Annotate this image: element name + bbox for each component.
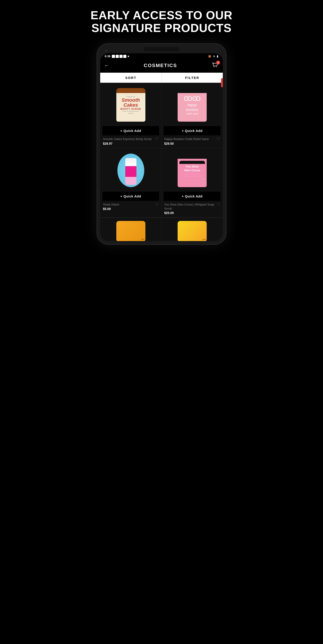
camera-bar — [144, 47, 180, 52]
product-text-happy-boobies: Happy Boobies Chafe Relief Salve $29.50 — [164, 137, 216, 145]
happy-boobies-jar: ꙬꙬ happyboobies chafe salve — [178, 88, 207, 122]
back-button[interactable]: ← — [104, 62, 109, 68]
mute-icon: 🔕 — [208, 55, 212, 58]
product-info-shark-attack: Shark Attack $5.00 ♡ — [102, 202, 159, 211]
smooth-cakes-jar: Papyrus SmoothCakes BOOTY SCRUB Detox & … — [116, 88, 146, 122]
product-name-smooth-cakes: Smooth Cakes Espresso Booty Scrub — [103, 137, 154, 141]
product-image-shark-attack — [102, 152, 159, 190]
product-inner: + Quick Add Shark Attack $5.00 ♡ — [102, 152, 159, 211]
bottom-product-img-2: gnd — [178, 221, 207, 241]
product-inner: Papyrus SmoothCakes BOOTY SCRUB Detox & … — [102, 86, 159, 145]
product-image-smooth-cakes: Papyrus SmoothCakes BOOTY SCRUB Detox & … — [102, 86, 159, 124]
scroll-indicator — [221, 78, 223, 87]
product-text-you-glow: You Glow Glen Cocoa | Whipped Soap Scrub… — [164, 202, 216, 215]
sort-button[interactable]: SORT — [100, 73, 162, 83]
product-card-smooth-cakes: Papyrus SmoothCakes BOOTY SCRUB Detox & … — [100, 83, 162, 148]
product-name-you-glow: You Glow Glen Cocoa | Whipped Soap Scrub — [164, 202, 216, 211]
product-text-shark-attack: Shark Attack $5.00 — [103, 202, 154, 211]
product-info-smooth-cakes: Smooth Cakes Espresso Booty Scrub $28.97… — [102, 137, 159, 145]
sort-filter-bar: SORT FILTER — [100, 73, 223, 83]
status-time: 6:36 — [105, 54, 110, 58]
page-title: COSMETICS — [144, 62, 177, 68]
product-price-smooth-cakes: $28.97 — [103, 142, 154, 145]
battery-icon: ▮ — [217, 55, 218, 58]
cart-button[interactable]: 3 — [212, 62, 219, 70]
product-name-shark-attack: Shark Attack — [103, 202, 154, 206]
you-glow-jar: You GlowGlen Cocoa Milk Vanilla Sea Salt… — [178, 154, 207, 187]
product-name-happy-boobies: Happy Boobies Chafe Relief Salve — [164, 137, 216, 141]
camera-dot — [105, 50, 107, 52]
wifi-icon: ▼ — [213, 55, 216, 58]
smooth-cakes-label: Papyrus SmoothCakes BOOTY SCRUB Detox & … — [120, 96, 141, 114]
cart-badge: 3 — [216, 60, 220, 64]
hero-title: EARLY ACCESS TO OUR SIGNATURE PRODUCTS — [76, 9, 246, 34]
app-header: ← COSMETICS 3 — [100, 59, 223, 73]
wishlist-shark-attack[interactable]: ♡ — [155, 202, 158, 207]
status-dot — [128, 56, 129, 57]
wishlist-you-glow[interactable]: ♡ — [216, 202, 220, 207]
phone-screen: 6:36 🔕 ▼ ▮ ← COSMET — [100, 53, 223, 241]
signal-sq-3 — [120, 55, 122, 58]
product-image-happy-boobies: ꙬꙬ happyboobies chafe salve — [164, 86, 220, 124]
wishlist-smooth-cakes[interactable]: ♡ — [155, 137, 158, 142]
shark-attack-product — [118, 154, 144, 187]
svg-point-0 — [214, 67, 214, 67]
product-info-happy-boobies: Happy Boobies Chafe Relief Salve $29.50 … — [164, 137, 220, 145]
signal-sq-4 — [123, 55, 126, 58]
product-image-you-glow: You GlowGlen Cocoa Milk Vanilla Sea Salt… — [164, 152, 220, 190]
status-right: 🔕 ▼ ▮ — [208, 55, 218, 58]
filter-button[interactable]: FILTER — [162, 73, 223, 83]
shark-attack-tube — [125, 158, 136, 185]
quick-add-you-glow[interactable]: + Quick Add — [164, 192, 220, 201]
quick-add-happy-boobies[interactable]: + Quick Add — [164, 126, 220, 135]
product-inner: ꙬꙬ happyboobies chafe salve + Quick Add … — [164, 86, 220, 145]
product-inner: You GlowGlen Cocoa Milk Vanilla Sea Salt… — [164, 152, 220, 215]
page-wrapper: EARLY ACCESS TO OUR SIGNATURE PRODUCTS 6… — [76, 9, 246, 245]
phone-frame: 6:36 🔕 ▼ ▮ ← COSMET — [97, 44, 226, 245]
svg-point-1 — [216, 67, 216, 67]
product-card-you-glow: You GlowGlen Cocoa Milk Vanilla Sea Salt… — [162, 148, 223, 218]
quick-add-smooth-cakes[interactable]: + Quick Add — [102, 126, 159, 135]
bottom-product-img-1: gnd — [116, 221, 146, 241]
signal-sq-1 — [112, 55, 115, 58]
quick-add-shark-attack[interactable]: + Quick Add — [102, 192, 159, 201]
status-bar: 6:36 🔕 ▼ ▮ — [100, 53, 223, 59]
product-price-shark-attack: $5.00 — [103, 207, 154, 211]
product-price-happy-boobies: $29.50 — [164, 142, 216, 145]
product-card-shark-attack: + Quick Add Shark Attack $5.00 ♡ — [100, 148, 162, 218]
product-text-smooth-cakes: Smooth Cakes Espresso Booty Scrub $28.97 — [103, 137, 154, 145]
brand-logo-1: gnd — [141, 238, 144, 240]
happy-boobies-label: ꙬꙬ happyboobies chafe salve — [182, 95, 203, 115]
product-info-you-glow: You Glow Glen Cocoa | Whipped Soap Scrub… — [164, 202, 220, 215]
signal-sq-2 — [116, 55, 119, 58]
bottom-card-1: gnd — [100, 218, 162, 241]
product-card-happy-boobies: ꙬꙬ happyboobies chafe salve + Quick Add … — [162, 83, 223, 148]
status-squares — [112, 55, 126, 58]
brand-logo-2: gnd — [202, 238, 206, 240]
bottom-products: gnd gnd — [100, 218, 223, 241]
bottom-card-2: gnd — [162, 218, 223, 241]
product-price-you-glow: $25.00 — [164, 211, 216, 215]
products-grid: Papyrus SmoothCakes BOOTY SCRUB Detox & … — [100, 83, 223, 218]
wishlist-happy-boobies[interactable]: ♡ — [216, 137, 220, 142]
status-left: 6:36 — [105, 54, 129, 58]
